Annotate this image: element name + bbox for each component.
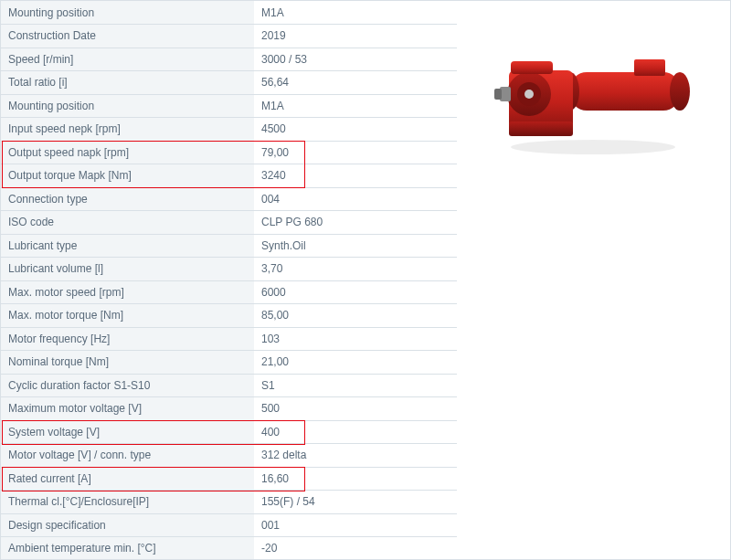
spec-label: Output torque Mapk [Nm] <box>1 164 254 188</box>
spec-label: Lubricant volume [l] <box>1 258 254 281</box>
spec-label: Motor frequency [Hz] <box>1 327 254 351</box>
spec-label: System voltage [V] <box>1 420 254 444</box>
table-row: Lubricant typeSynth.Oil <box>1 234 457 258</box>
table-row: Lubricant volume [l]3,70 <box>1 258 457 281</box>
spec-value: 004 <box>254 187 457 211</box>
table-row: Output speed napk [rpm]79,00 <box>1 141 457 164</box>
table-row: Speed [r/min]3000 / 53 <box>1 48 457 71</box>
table-row: Mounting positionM1A <box>1 94 457 118</box>
spec-label: Mounting position <box>1 94 254 118</box>
svg-point-12 <box>511 140 675 154</box>
spec-label: Ambient temperature min. [°C] <box>1 537 254 561</box>
spec-label: Cyclic duration factor S1-S10 <box>1 374 254 397</box>
table-row: System voltage [V]400 <box>1 420 457 444</box>
spec-value: 3000 / 53 <box>254 48 457 71</box>
spec-value: 4500 <box>254 118 457 142</box>
svg-rect-0 <box>570 72 680 111</box>
spec-label: Construction Date <box>1 25 254 48</box>
spec-value: M1A <box>254 94 457 118</box>
table-row: Input speed nepk [rpm]4500 <box>1 118 457 142</box>
table-row: Total ratio [i]56,64 <box>1 71 457 95</box>
spec-value: Synth.Oil <box>254 234 457 258</box>
table-row: Construction Date2019 <box>1 25 457 48</box>
spec-label: Speed [r/min] <box>1 48 254 71</box>
spec-value: 6000 <box>254 280 457 304</box>
product-render-image <box>483 37 703 165</box>
spec-value: 21,00 <box>254 351 457 375</box>
spec-value: -20 <box>254 537 457 561</box>
spec-label: Connection type <box>1 187 254 211</box>
spec-label: Design specification <box>1 513 254 537</box>
table-row: Mounting positionM1A <box>1 1 457 25</box>
spec-label: Rated current [A] <box>1 467 254 491</box>
spec-value: 3240 <box>254 164 457 188</box>
table-row: Thermal cl.[°C]/Enclosure[IP]155(F) / 54 <box>1 491 457 514</box>
spec-value: 400 <box>254 420 457 444</box>
table-row: Maximum motor voltage [V]500 <box>1 397 457 421</box>
spec-value: 56,64 <box>254 71 457 95</box>
spec-label: Mounting position <box>1 1 254 25</box>
table-row: Output torque Mapk [Nm]3240 <box>1 164 457 188</box>
spec-table-body: Mounting positionM1AConstruction Date201… <box>1 1 457 560</box>
svg-point-1 <box>670 72 690 111</box>
spec-value: 500 <box>254 397 457 421</box>
spec-value: S1 <box>254 374 457 397</box>
svg-rect-5 <box>509 122 573 136</box>
spec-label: Thermal cl.[°C]/Enclosure[IP] <box>1 491 254 514</box>
spec-table: Mounting positionM1AConstruction Date201… <box>1 1 457 560</box>
spec-label: Total ratio [i] <box>1 71 254 95</box>
spec-value: 79,00 <box>254 141 457 164</box>
table-row: Motor frequency [Hz]103 <box>1 327 457 351</box>
svg-rect-9 <box>511 61 553 74</box>
spec-value: 16,60 <box>254 467 457 491</box>
table-row: Max. motor torque [Nm]85,00 <box>1 304 457 328</box>
spec-label: Max. motor speed [rpm] <box>1 280 254 304</box>
table-row: Nominal torque [Nm]21,00 <box>1 351 457 375</box>
spec-value: 103 <box>254 327 457 351</box>
spec-value: 2019 <box>254 25 457 48</box>
spec-label: Output speed napk [rpm] <box>1 141 254 164</box>
spec-label: Input speed nepk [rpm] <box>1 118 254 142</box>
svg-rect-3 <box>634 59 665 76</box>
svg-rect-11 <box>494 89 502 100</box>
spec-value: 312 delta <box>254 444 457 468</box>
spec-label: Nominal torque [Nm] <box>1 351 254 375</box>
table-row: Cyclic duration factor S1-S10S1 <box>1 374 457 397</box>
spec-value: CLP PG 680 <box>254 211 457 235</box>
spec-label: Maximum motor voltage [V] <box>1 397 254 421</box>
table-row: Ambient temperature min. [°C]-20 <box>1 537 457 561</box>
spec-label: Lubricant type <box>1 234 254 258</box>
svg-point-8 <box>524 90 534 99</box>
spec-value: 3,70 <box>254 258 457 281</box>
table-row: Connection type004 <box>1 187 457 211</box>
table-row: Max. motor speed [rpm]6000 <box>1 280 457 304</box>
spec-label: Max. motor torque [Nm] <box>1 304 254 328</box>
table-row: ISO codeCLP PG 680 <box>1 211 457 235</box>
spec-value: 85,00 <box>254 304 457 328</box>
spec-value: M1A <box>254 1 457 25</box>
spec-value: 001 <box>254 513 457 537</box>
spec-label: Motor voltage [V] / conn. type <box>1 444 254 468</box>
spec-label: ISO code <box>1 211 254 235</box>
spec-value: 155(F) / 54 <box>254 491 457 514</box>
table-row: Motor voltage [V] / conn. type312 delta <box>1 444 457 468</box>
table-row: Rated current [A]16,60 <box>1 467 457 491</box>
table-row: Design specification001 <box>1 513 457 537</box>
